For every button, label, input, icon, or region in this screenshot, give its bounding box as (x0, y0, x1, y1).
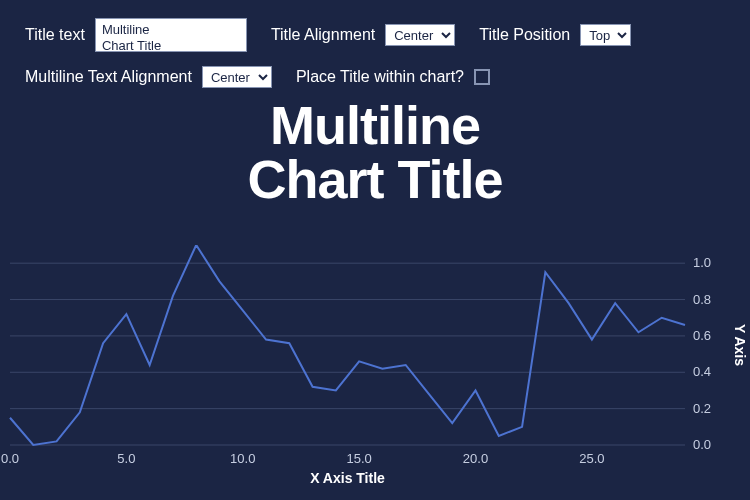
y-tick-label: 0.0 (693, 437, 711, 452)
title-text-group: Title text (25, 18, 247, 52)
x-tick-label: 20.0 (463, 451, 488, 466)
place-within-label: Place Title within chart? (296, 68, 464, 86)
title-position-label: Title Position (479, 26, 570, 44)
data-line (10, 245, 685, 445)
title-text-label: Title text (25, 26, 85, 44)
title-alignment-select[interactable]: Center (385, 24, 455, 46)
x-tick-label: 0.0 (1, 451, 19, 466)
y-tick-label: 0.4 (693, 364, 711, 379)
x-tick-label: 25.0 (579, 451, 604, 466)
title-alignment-label: Title Alignment (271, 26, 375, 44)
place-within-group: Place Title within chart? (296, 68, 490, 86)
multiline-align-label: Multiline Text Alignment (25, 68, 192, 86)
chart-svg: 0.00.20.40.60.81.00.05.010.015.020.025.0… (0, 245, 750, 500)
chart-title: Multiline Chart Title (0, 98, 750, 206)
title-position-select[interactable]: Top (580, 24, 631, 46)
y-tick-label: 0.6 (693, 328, 711, 343)
controls-panel: Title text Title Alignment Center Title … (0, 0, 750, 88)
y-tick-label: 1.0 (693, 255, 711, 270)
multiline-align-group: Multiline Text Alignment Center (25, 66, 272, 88)
controls-row-1: Title text Title Alignment Center Title … (25, 18, 725, 52)
x-tick-label: 5.0 (117, 451, 135, 466)
x-tick-label: 10.0 (230, 451, 255, 466)
place-within-checkbox[interactable] (474, 69, 490, 85)
title-position-group: Title Position Top (479, 24, 631, 46)
controls-row-2: Multiline Text Alignment Center Place Ti… (25, 66, 725, 88)
y-tick-label: 0.8 (693, 292, 711, 307)
y-tick-label: 0.2 (693, 401, 711, 416)
x-tick-label: 15.0 (346, 451, 371, 466)
title-text-input[interactable] (95, 18, 247, 52)
y-axis-title: Y Axis (732, 324, 748, 366)
chart-area: 0.00.20.40.60.81.00.05.010.015.020.025.0… (0, 245, 750, 500)
title-alignment-group: Title Alignment Center (271, 24, 455, 46)
multiline-align-select[interactable]: Center (202, 66, 272, 88)
x-axis-title: X Axis Title (310, 470, 385, 486)
